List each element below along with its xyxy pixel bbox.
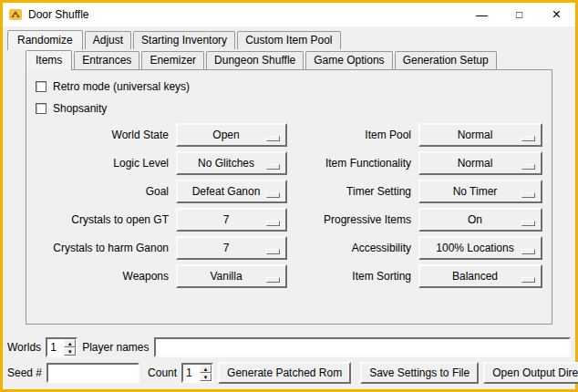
optionmenu-indicator-icon [266,136,280,141]
optionmenu-indicator-icon [521,249,535,254]
tab-randomize[interactable]: Randomize [7,30,83,50]
window-controls: — □ × [463,3,575,26]
optionmenu-indicator-icon [521,136,535,141]
accessibility-label: Accessibility [294,242,411,254]
tab-enemizer[interactable]: Enemizer [141,51,204,69]
item-pool-dropdown[interactable]: Normal [418,123,542,147]
worlds-spinner-arrows: ▲ ▼ [64,339,76,356]
optionmenu-indicator-icon [266,221,280,226]
tab-game-options[interactable]: Game Options [305,51,392,69]
tab-entrances[interactable]: Entrances [74,51,139,69]
progressive-items-value: On [468,213,482,226]
worlds-label: Worlds [7,341,41,354]
optionmenu-indicator-icon [521,221,535,226]
main-tab-bar: Randomize Adjust Starting Inventory Cust… [7,30,571,49]
app-icon [8,7,23,22]
item-pool-value: Normal [458,129,493,141]
count-label: Count [148,366,177,379]
item-sorting-dropdown[interactable]: Balanced [418,264,542,288]
spin-down-icon[interactable]: ▼ [64,347,76,356]
shopsanity-row: Shopsanity [36,101,546,115]
logic-level-dropdown[interactable]: No Glitches [176,151,287,175]
worlds-spinner: ▲ ▼ [46,337,77,357]
options-grid: World State Open Item Pool Normal Logic … [32,123,546,288]
world-state-label: World State [32,129,169,141]
timer-setting-dropdown[interactable]: No Timer [418,180,542,203]
items-pane: Retro mode (universal keys) Shopsanity W… [26,69,552,325]
optionmenu-indicator-icon [266,277,280,283]
save-settings-button[interactable]: Save Settings to File [360,362,479,384]
retro-mode-checkbox[interactable] [36,81,46,92]
optionmenu-indicator-icon [266,249,280,254]
retro-mode-label: Retro mode (universal keys) [53,80,190,93]
count-spinner-arrows: ▲ ▼ [200,365,212,381]
item-functionality-dropdown[interactable]: Normal [418,151,542,175]
spin-up-icon[interactable]: ▲ [64,339,76,347]
tab-generation-setup[interactable]: Generation Setup [395,51,497,69]
logic-level-value: No Glitches [198,157,254,170]
shopsanity-label: Shopsanity [53,102,107,115]
seed-row: Seed # Count ▲ ▼ Generate Patched Rom Sa… [7,362,571,384]
crystals-open-gt-label: Crystals to open GT [32,213,169,226]
tab-items[interactable]: Items [26,50,72,70]
crystals-harm-ganon-dropdown[interactable]: 7 [176,236,287,260]
count-input[interactable] [183,365,200,381]
goal-label: Goal [32,185,169,198]
generate-patched-rom-button[interactable]: Generate Patched Rom [218,362,351,384]
goal-value: Defeat Ganon [192,185,261,198]
spin-up-icon[interactable]: ▲ [200,365,212,373]
crystals-open-gt-dropdown[interactable]: 7 [176,208,287,232]
spin-down-icon[interactable]: ▼ [200,373,212,381]
randomize-pane: Items Entrances Enemizer Dungeon Shuffle… [7,49,571,325]
open-output-directory-button[interactable]: Open Output Directory [483,362,578,384]
optionmenu-indicator-icon [521,277,535,283]
optionmenu-indicator-icon [521,192,535,198]
optionmenu-indicator-icon [521,164,535,170]
item-pool-label: Item Pool [294,129,411,141]
weapons-label: Weapons [32,270,169,283]
retro-mode-row: Retro mode (universal keys) [36,79,546,93]
progressive-items-dropdown[interactable]: On [418,208,542,232]
sub-tab-bar: Items Entrances Enemizer Dungeon Shuffle… [26,50,552,69]
item-sorting-label: Item Sorting [294,270,411,283]
maximize-button[interactable]: □ [501,3,538,26]
close-button[interactable]: × [538,3,575,26]
titlebar: Door Shuffle — □ × [3,3,575,26]
timer-setting-value: No Timer [453,185,498,198]
item-sorting-value: Balanced [452,270,498,283]
seed-input[interactable] [46,363,139,383]
worlds-row: Worlds ▲ ▼ Player names [7,337,571,357]
weapons-value: Vanilla [210,270,242,283]
window-title: Door Shuffle [28,8,89,21]
count-spinner: ▲ ▼ [181,363,213,383]
optionmenu-indicator-icon [266,192,280,198]
player-names-input[interactable] [154,337,572,357]
tab-dungeon-shuffle[interactable]: Dungeon Shuffle [206,51,304,69]
minimize-button[interactable]: — [463,3,501,26]
player-names-label: Player names [82,341,149,354]
tab-adjust[interactable]: Adjust [85,31,131,49]
accessibility-dropdown[interactable]: 100% Locations [418,236,542,260]
world-state-value: Open [212,129,239,141]
crystals-harm-ganon-label: Crystals to harm Ganon [32,242,169,254]
bottom-bar: Worlds ▲ ▼ Player names Seed # Count [7,337,571,384]
logic-level-label: Logic Level [32,157,169,170]
goal-dropdown[interactable]: Defeat Ganon [176,180,287,203]
optionmenu-indicator-icon [266,164,280,170]
shopsanity-checkbox[interactable] [36,103,46,114]
crystals-harm-ganon-value: 7 [223,242,230,254]
window-frame: Door Shuffle — □ × Randomize Adjust Star… [0,0,578,392]
client-area: Randomize Adjust Starting Inventory Cust… [3,26,575,389]
window: Door Shuffle — □ × Randomize Adjust Star… [3,3,575,389]
item-functionality-label: Item Functionality [294,157,411,170]
tab-custom-item-pool[interactable]: Custom Item Pool [237,31,340,49]
accessibility-value: 100% Locations [436,242,513,254]
weapons-dropdown[interactable]: Vanilla [176,264,287,288]
worlds-input[interactable] [47,339,64,356]
tab-starting-inventory[interactable]: Starting Inventory [133,31,235,49]
seed-label: Seed # [7,366,42,379]
world-state-dropdown[interactable]: Open [176,123,287,147]
crystals-open-gt-value: 7 [223,213,230,226]
item-functionality-value: Normal [458,157,493,170]
timer-setting-label: Timer Setting [294,185,411,198]
